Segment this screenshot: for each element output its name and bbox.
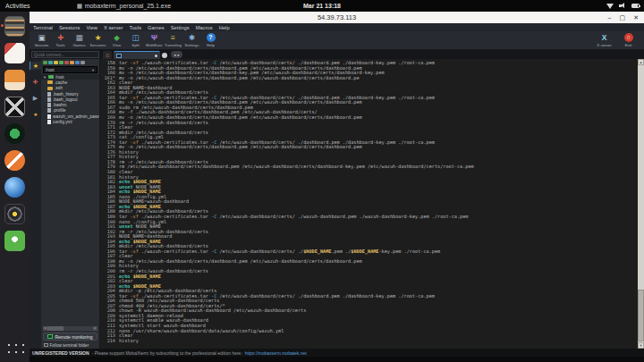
sidebar-tab-sftp[interactable]: ●	[33, 110, 37, 118]
multiexec-button[interactable]: ΨMultiExec	[145, 33, 164, 47]
file-toolbar-icon-1[interactable]	[43, 61, 47, 65]
menu-games[interactable]: Games	[148, 25, 165, 30]
dock-item-mongodb[interactable]	[4, 122, 27, 145]
tab-active-session[interactable]	[114, 51, 160, 59]
sessions-label: Sessions	[90, 43, 106, 47]
follow-terminal-folder-label: Follow terminal folder	[50, 343, 89, 348]
new-tab-button[interactable]	[162, 53, 167, 58]
chevron-down-icon: ▼	[91, 68, 95, 72]
menu-sessions[interactable]: Sessions	[59, 25, 80, 30]
tab-scroll-left-icon[interactable]: ◂	[174, 53, 175, 57]
menu-terminal[interactable]: Terminal	[33, 25, 53, 30]
path-dropdown[interactable]: /root ▼	[43, 66, 97, 73]
sidebar-tab-tools[interactable]: ✚	[33, 78, 38, 86]
remote-monitoring-label: Remote monitoring	[55, 334, 92, 340]
tunneling-icon: ≡	[171, 33, 175, 42]
quick-connect-input[interactable]	[31, 51, 99, 58]
dock-item-green-app[interactable]	[4, 230, 27, 252]
dock-item-browser[interactable]	[4, 176, 27, 198]
tools-button[interactable]: ✚Tools	[51, 33, 70, 47]
sidebar-tab-sessions[interactable]: ★	[30, 62, 41, 70]
scroll-up-icon[interactable]: ▲	[638, 59, 644, 65]
terminal[interactable]: 158tar -xf ./wazuh-certificates.tar -C /…	[100, 59, 638, 349]
file-toolbar-icon-2[interactable]	[48, 61, 53, 65]
focused-app-title[interactable]: mobaxterm_personal_25.1.exe	[77, 3, 172, 9]
file-name: config.yml	[53, 120, 72, 124]
file-icon	[47, 92, 51, 97]
file-toolbar-icon-6[interactable]	[70, 61, 74, 65]
status-message: - Please support MobaXterm by subscribin…	[92, 350, 242, 356]
menu-x-server[interactable]: X server	[104, 25, 123, 30]
multiexec-icon: Ψ	[151, 33, 157, 42]
file-icon	[47, 97, 51, 102]
terminal-scrollbar-thumb[interactable]	[638, 290, 644, 341]
dock-item-camera[interactable]	[4, 203, 27, 225]
dock-item-terminal[interactable]	[4, 15, 27, 38]
multiexec-label: MultiExec	[146, 43, 163, 47]
file-row-wazuh-vm-admin-password[interactable]: wazuh_vm_admin_password	[41, 114, 99, 119]
scrollbar-thumb[interactable]	[47, 326, 64, 331]
root-folder-icon	[48, 75, 54, 79]
twisty-icon[interactable]: ▼	[43, 75, 47, 80]
exit-label: Exit	[625, 43, 631, 47]
show-applications-icon[interactable]	[4, 341, 24, 358]
games-button[interactable]: ▦Games	[70, 33, 89, 47]
dock-item-presentation[interactable]	[4, 42, 27, 64]
maximize-button[interactable]: ▢	[620, 14, 626, 21]
session-icon: ▣	[38, 33, 45, 42]
window-titlebar[interactable]: 54.39.73.113 – ▢ ✕	[30, 12, 644, 23]
follow-terminal-folder-row[interactable]: Follow terminal folder	[41, 341, 99, 349]
horizontal-scrollbar[interactable]: ◂ ▸	[43, 326, 97, 331]
tunneling-button[interactable]: ≡Tunneling	[164, 33, 182, 47]
remote-monitoring-button[interactable]: Remote monitoring	[43, 333, 97, 341]
sidebar-tab-macros[interactable]: ▶	[33, 94, 38, 102]
follow-terminal-folder-checkbox[interactable]	[44, 343, 48, 348]
wifi-icon	[606, 4, 614, 9]
sessions-button[interactable]: ★Sessions	[89, 33, 107, 47]
file-row-config-yml[interactable]: config.yml	[41, 119, 99, 124]
scroll-right-icon[interactable]: ▸	[93, 326, 97, 331]
split-icon: ◫	[131, 33, 139, 42]
dock-item-writer[interactable]	[4, 69, 27, 91]
menu-view[interactable]: View	[86, 25, 97, 30]
help-button[interactable]: ?Help	[201, 33, 220, 47]
tab-scroll-buttons: ◂ ▸	[171, 51, 182, 58]
exit-button[interactable]: ○Exit	[619, 33, 638, 47]
file-toolbar-icon-4[interactable]	[59, 61, 64, 65]
unregistered-version-label: UNREGISTERED VERSION	[32, 350, 89, 356]
dock-item-boxes[interactable]	[4, 96, 27, 118]
menu-macros[interactable]: Macros	[196, 25, 213, 30]
file-tree[interactable]: ▼ /root .cache.ssh.bash_history.bash_log…	[41, 73, 99, 325]
session-button[interactable]: ▣Session	[32, 33, 51, 47]
clock[interactable]: Mar 21 13:18	[303, 3, 341, 9]
file-toolbar-icon-8[interactable]	[80, 61, 85, 65]
exit-icon: ○	[624, 33, 633, 42]
tab-home[interactable]: ⌂	[103, 51, 112, 59]
view-button[interactable]: ◆View	[107, 33, 126, 47]
file-toolbar-icon-3[interactable]	[54, 61, 58, 65]
scroll-down-icon[interactable]: ▼	[638, 342, 644, 349]
tab-close-icon[interactable]	[155, 55, 157, 57]
activities-button[interactable]: Activities	[5, 3, 30, 9]
file-icon	[47, 103, 51, 107]
terminal-scrollbar[interactable]: ▲ ▼	[638, 59, 644, 349]
mobaxterm-link[interactable]: https://mobaxterm.mobatek.net	[245, 350, 307, 356]
x-server-button[interactable]: XX server	[595, 33, 614, 47]
tunneling-label: Tunneling	[165, 43, 182, 47]
dock-item-postman[interactable]	[4, 149, 27, 172]
system-tray[interactable]	[606, 0, 640, 12]
minimize-button[interactable]: –	[608, 14, 612, 21]
split-button[interactable]: ◫Split	[126, 33, 145, 47]
menu-settings[interactable]: Settings	[171, 25, 190, 30]
close-button[interactable]: ✕	[633, 14, 639, 21]
postman-icon	[4, 150, 25, 171]
file-name: .cache	[55, 80, 67, 85]
file-toolbar-icon-5[interactable]	[64, 61, 69, 65]
ubuntu-dock	[0, 12, 30, 362]
menu-help[interactable]: Help	[219, 25, 230, 30]
tab-scroll-right-icon[interactable]: ▸	[178, 53, 180, 57]
menu-tools[interactable]: Tools	[130, 25, 142, 30]
terminal-line: 214history	[103, 339, 638, 344]
file-toolbar-icon-7[interactable]	[75, 61, 80, 65]
settings-button[interactable]: ✱Settings	[182, 33, 201, 47]
